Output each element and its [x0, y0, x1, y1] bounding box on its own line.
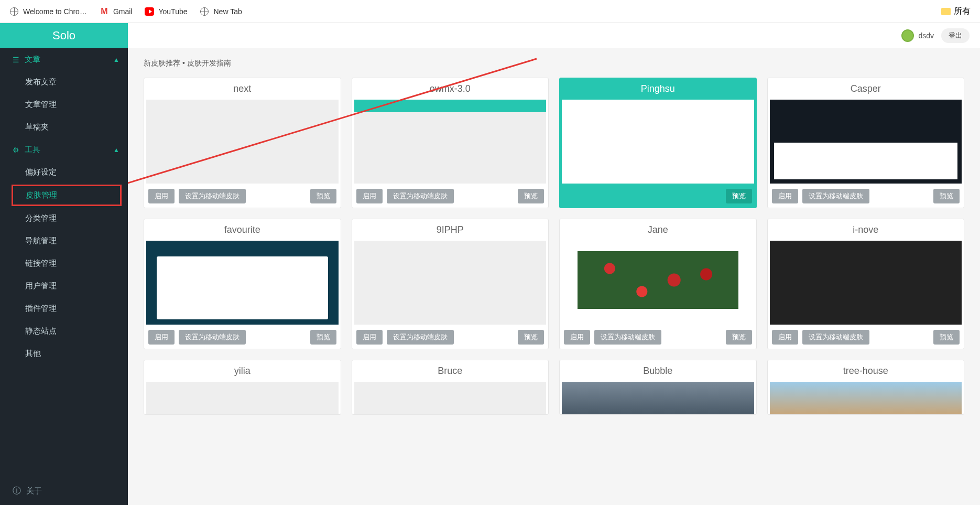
skin-card-i-nove: i-nove启用设置为移动端皮肤预览 — [767, 219, 965, 349]
enable-button[interactable]: 启用 — [148, 330, 175, 345]
bookmark-label: Welcome to Chro… — [23, 7, 87, 16]
globe-icon — [200, 7, 209, 16]
skin-card-favourite: favourite启用设置为移动端皮肤预览 — [144, 219, 341, 349]
sidebar-item-插件管理[interactable]: 插件管理 — [0, 297, 128, 320]
preview-button[interactable]: 预览 — [726, 189, 752, 203]
folder-icon — [941, 8, 951, 15]
set-mobile-button[interactable]: 设置为移动端皮肤 — [179, 330, 246, 345]
enable-button[interactable]: 启用 — [356, 189, 383, 203]
sidebar-item-静态站点[interactable]: 静态站点 — [0, 320, 128, 342]
list-icon — [13, 55, 19, 64]
skin-card-tree-house: tree-house — [767, 360, 965, 415]
main-content: 新皮肤推荐 • 皮肤开发指南 next启用设置为移动端皮肤预览owmx-3.0启… — [128, 48, 980, 505]
skin-card-Bubble: Bubble — [559, 360, 757, 415]
info-icon — [13, 486, 21, 497]
skin-thumbnail[interactable] — [354, 100, 547, 184]
set-mobile-button[interactable]: 设置为移动端皮肤 — [802, 189, 869, 203]
sidebar-item-文章管理[interactable]: 文章管理 — [0, 93, 128, 116]
bookmark-new-tab[interactable]: New Tab — [200, 7, 242, 16]
skin-thumbnail[interactable] — [146, 241, 339, 325]
sidebar-item-用户管理[interactable]: 用户管理 — [0, 275, 128, 297]
skin-title: Pinghsu — [560, 78, 756, 100]
skin-thumbnail[interactable] — [354, 241, 547, 325]
skin-title: owmx-3.0 — [352, 78, 549, 100]
skin-title: i-nove — [768, 219, 964, 241]
username: dsdv — [918, 31, 934, 40]
breadcrumb: 新皮肤推荐 • 皮肤开发指南 — [144, 59, 964, 68]
breadcrumb-sep: • — [180, 59, 187, 67]
sidebar-item-发布文章[interactable]: 发布文章 — [0, 71, 128, 93]
preview-button[interactable]: 预览 — [310, 330, 336, 345]
skin-thumbnail[interactable] — [354, 382, 547, 414]
breadcrumb-link-new-skins[interactable]: 新皮肤推荐 — [144, 59, 180, 67]
skin-thumbnail[interactable] — [146, 100, 339, 184]
sidebar-item-导航管理[interactable]: 导航管理 — [0, 230, 128, 252]
bookmark-youtube[interactable]: YouTube — [145, 7, 187, 16]
skin-card-owmx-3.0: owmx-3.0启用设置为移动端皮肤预览 — [352, 78, 549, 208]
enable-button[interactable]: 启用 — [772, 330, 798, 345]
preview-button[interactable]: 预览 — [933, 189, 960, 203]
skin-thumbnail[interactable] — [770, 100, 962, 184]
set-mobile-button[interactable]: 设置为移动端皮肤 — [387, 330, 454, 345]
user-area[interactable]: dsdv — [901, 29, 934, 42]
breadcrumb-link-dev-guide[interactable]: 皮肤开发指南 — [187, 59, 231, 67]
bookmark-label: Gmail — [113, 7, 133, 16]
logout-button[interactable]: 登出 — [941, 28, 970, 43]
sidebar-about[interactable]: 关于 — [0, 477, 128, 505]
chevron-up-icon: ▲ — [113, 146, 119, 154]
bookmark-label: YouTube — [158, 7, 187, 16]
bookmark-welcome-to-chro-[interactable]: Welcome to Chro… — [9, 7, 87, 16]
skin-title: next — [144, 78, 341, 100]
chevron-up-icon: ▲ — [113, 56, 119, 63]
sidebar-about-label: 关于 — [26, 486, 42, 496]
skin-title: tree-house — [768, 360, 964, 382]
enable-button[interactable]: 启用 — [564, 330, 590, 345]
sidebar-group-label: 工具 — [25, 145, 40, 155]
bookmarks-right-label: 所有 — [954, 6, 971, 17]
skin-thumbnail[interactable] — [146, 382, 339, 414]
skin-title: Bubble — [560, 360, 756, 382]
skin-card-yilia: yilia — [144, 360, 341, 415]
enable-button[interactable]: 启用 — [148, 189, 175, 203]
skin-thumbnail[interactable] — [562, 241, 754, 325]
skin-card-Jane: Jane启用设置为移动端皮肤预览 — [559, 219, 757, 349]
preview-button[interactable]: 预览 — [518, 189, 544, 203]
preview-button[interactable]: 预览 — [933, 330, 960, 345]
skin-thumbnail[interactable] — [562, 382, 754, 414]
skin-title: yilia — [144, 360, 341, 382]
sidebar-group-0[interactable]: 文章▲ — [0, 48, 128, 71]
skin-thumbnail[interactable] — [770, 382, 962, 414]
avatar — [901, 29, 914, 42]
preview-button[interactable]: 预览 — [518, 330, 544, 345]
preview-button[interactable]: 预览 — [726, 330, 752, 345]
sidebar-group-1[interactable]: 工具▲ — [0, 138, 128, 161]
logo[interactable]: Solo — [0, 23, 128, 48]
bookmark-gmail[interactable]: MGmail — [100, 7, 133, 16]
sidebar-item-草稿夹[interactable]: 草稿夹 — [0, 116, 128, 138]
skin-card-next: next启用设置为移动端皮肤预览 — [144, 78, 341, 208]
enable-button[interactable]: 启用 — [356, 330, 383, 345]
sidebar-item-链接管理[interactable]: 链接管理 — [0, 252, 128, 275]
skin-grid: next启用设置为移动端皮肤预览owmx-3.0启用设置为移动端皮肤预览Ping… — [144, 78, 964, 415]
enable-button[interactable]: 启用 — [772, 189, 798, 203]
sidebar-item-皮肤管理[interactable]: 皮肤管理 — [12, 185, 122, 206]
skin-card-Bruce: Bruce — [352, 360, 549, 415]
set-mobile-button[interactable]: 设置为移动端皮肤 — [387, 189, 454, 203]
set-mobile-button[interactable]: 设置为移动端皮肤 — [594, 330, 661, 345]
skin-title: Bruce — [352, 360, 549, 382]
set-mobile-button[interactable]: 设置为移动端皮肤 — [802, 330, 869, 345]
skin-thumbnail[interactable] — [770, 241, 962, 325]
set-mobile-button[interactable]: 设置为移动端皮肤 — [179, 189, 246, 203]
youtube-icon — [145, 7, 154, 16]
sidebar-item-分类管理[interactable]: 分类管理 — [0, 207, 128, 230]
sidebar-item-偏好设定[interactable]: 偏好设定 — [0, 161, 128, 184]
bookmarks-folder[interactable]: 所有 — [941, 6, 971, 17]
skin-thumbnail[interactable] — [562, 100, 754, 184]
skin-card-Pinghsu: Pinghsu预览 — [559, 78, 757, 208]
skin-title: favourite — [144, 219, 341, 241]
skin-title: Jane — [560, 219, 756, 241]
preview-button[interactable]: 预览 — [310, 189, 336, 203]
gear-icon — [13, 145, 19, 154]
sidebar-item-其他[interactable]: 其他 — [0, 342, 128, 365]
skin-title: Casper — [768, 78, 964, 100]
